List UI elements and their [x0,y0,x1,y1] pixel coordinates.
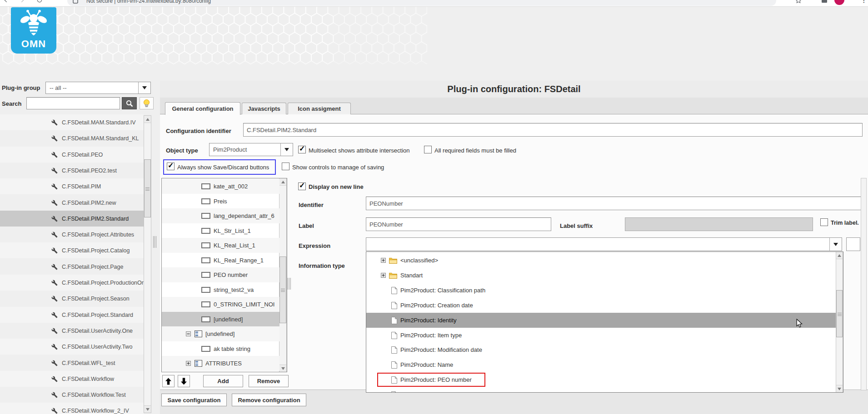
forward-icon[interactable] [19,0,25,5]
page-info-icon[interactable] [73,0,78,5]
remove-configuration-button[interactable]: Remove configuration [232,394,306,406]
sidebar-item[interactable]: C.FSDetail.Project.Page [0,259,144,275]
search-button[interactable] [122,97,137,109]
hint-bulb-button[interactable] [140,97,154,109]
plugin-group-select[interactable]: -- all -- [45,82,151,94]
attribute-item[interactable]: string_test2_va [162,282,279,297]
save-configuration-button[interactable]: Save configuration [161,394,227,406]
trim-label-checkbox[interactable] [820,218,828,226]
attribute-item[interactable]: Preis [162,194,279,209]
tree-item[interactable]: Pim2Product: PEO number [366,372,836,387]
scroll-down-icon[interactable] [144,405,151,413]
attribute-item[interactable]: [undefined] [162,312,279,327]
extensions-icon[interactable] [821,0,828,5]
sidebar-item[interactable]: C.FSDetail.WFL_test [0,355,144,371]
sidebar-item[interactable]: C.FSDetail.PEO [0,147,144,163]
scrollbar-thumb[interactable] [836,290,843,337]
scroll-down-icon[interactable] [836,385,843,392]
attribute-item[interactable]: [undefined] [162,326,279,341]
tree-item[interactable]: Pim2Product: Identity [366,313,836,328]
tree-item[interactable]: Pim2Product: Classification path [366,283,836,298]
scroll-up-icon[interactable] [144,116,151,123]
expand-plus-icon[interactable] [186,361,191,366]
tab-icon-assigment[interactable]: Icon assigment [288,103,351,114]
chevron-down-icon[interactable] [138,82,150,94]
tree-item[interactable]: Pim2Product: Name [366,357,836,372]
search-input[interactable] [26,97,120,109]
sidebar-item[interactable]: C.FSDetail.Project.Catalog [0,242,144,258]
attribute-item[interactable]: 0_STRING_LIMIT_NOI [162,297,279,312]
show-controls-checkbox[interactable] [282,163,289,170]
sidebar-item[interactable]: C.FSDetail.PEO2.test [0,163,144,178]
attribute-list-scrollbar[interactable] [279,178,287,372]
sidebar-item[interactable]: C.FSDetail.PIM2.Standard [0,211,144,227]
sidebar-item[interactable]: C.FSDetail.Workflow.Test [0,387,144,403]
display-new-line-checkbox[interactable] [298,182,306,190]
wrench-icon [51,376,58,382]
sidebar-item[interactable]: C.FSDetail.Project.Season [0,291,144,306]
attribute-item[interactable]: ak table string [162,341,279,356]
attribute-item[interactable]: kate_att_002 [162,179,279,194]
sidebar-item[interactable]: C.FSDetail.PIM2.new [0,195,144,211]
tree-item[interactable]: Pim2Product: Preview [366,387,836,393]
required-fields-checkbox[interactable] [424,146,432,153]
scrollbar-thumb[interactable] [144,159,151,217]
sidebar-item[interactable]: C.FSDetail.Workflow [0,371,144,387]
remove-button[interactable]: Remove [249,375,289,387]
chevron-down-icon[interactable] [280,143,293,156]
sidebar-item[interactable]: C.FSDetail.Project.Attributes [0,227,144,242]
scrollbar-thumb[interactable] [279,256,286,323]
sidebar-item[interactable]: C.FSDetail.MAM.Standard_KL [0,130,144,146]
tree-item[interactable]: Pim2Product: Modification date [366,342,836,357]
sidebar-scrollbar[interactable] [144,115,151,413]
panel-splitter[interactable] [288,278,291,290]
multiselect-checkbox[interactable] [298,146,306,153]
tree-item[interactable]: Pim2Product: Creation date [366,298,836,313]
expression-combo[interactable] [366,237,842,251]
chevron-down-icon[interactable] [829,238,842,251]
attribute-item[interactable]: KL_Real_List_1 [162,238,279,253]
attribute-item[interactable]: KL_Real_Range_1 [162,253,279,268]
scroll-up-icon[interactable] [836,252,843,259]
back-icon[interactable] [3,0,9,5]
sidebar-item[interactable]: C.FSDetail.MAM.Standard.IV [0,114,144,130]
tree-item[interactable]: Standart [366,268,836,283]
add-button[interactable]: Add [203,375,243,387]
sidebar-item-label: C.FSDetail.PIM2.Standard [62,216,129,222]
scroll-down-icon[interactable] [279,365,286,372]
identifier-input[interactable] [366,197,862,210]
tab-javascripts[interactable]: Javascripts [242,103,286,114]
omn-logo[interactable]: OMN [11,7,56,54]
sidebar-item[interactable]: C.FSDetail.Project.ProductionOr [0,275,144,291]
move-up-button[interactable] [162,375,175,387]
configuration-identifier-input[interactable] [243,123,863,137]
tree-item[interactable]: <unclassified> [366,253,836,268]
sidebar-splitter[interactable] [153,236,157,248]
sidebar-item[interactable]: C.FSDetail.UserActivity.Two [0,339,144,355]
profile-avatar[interactable] [834,0,844,5]
object-type-select[interactable]: Pim2Product [209,143,293,156]
browser-menu-icon[interactable]: ⋮ [861,0,867,4]
tree-scrollbar[interactable] [836,252,843,392]
sidebar-item[interactable]: C.FSDetail.PIM [0,178,144,194]
label-input[interactable] [366,217,551,231]
attribute-item[interactable]: KL_Str_List_1 [162,223,279,238]
attribute-item[interactable]: ATTRIBUTES [162,356,279,371]
form-scrollbar-track[interactable] [861,178,867,390]
bookmark-star-icon[interactable] [795,0,802,6]
attribute-item[interactable]: PEO number [162,267,279,282]
always-show-save-checkbox[interactable] [167,163,175,170]
expression-extra-button[interactable] [846,237,860,251]
sidebar-item[interactable]: C.FSDetail.Workflow_2_IV [0,403,144,414]
tree-item[interactable]: Pim2Product: Item type [366,328,836,343]
sidebar-item[interactable]: C.FSDetail.UserActivity.One [0,323,144,339]
tab-general-configuration[interactable]: General configuration [165,102,240,115]
scroll-up-icon[interactable] [279,178,286,186]
expand-minus-icon[interactable] [186,331,191,336]
reload-icon[interactable] [36,0,43,5]
move-down-button[interactable] [178,375,190,387]
expand-plus-icon[interactable] [381,258,386,263]
expand-plus-icon[interactable] [381,273,386,278]
sidebar-item[interactable]: C.FSDetail.Project.Standard [0,307,144,323]
attribute-item[interactable]: lang_dependant_attr_6 [162,208,279,223]
